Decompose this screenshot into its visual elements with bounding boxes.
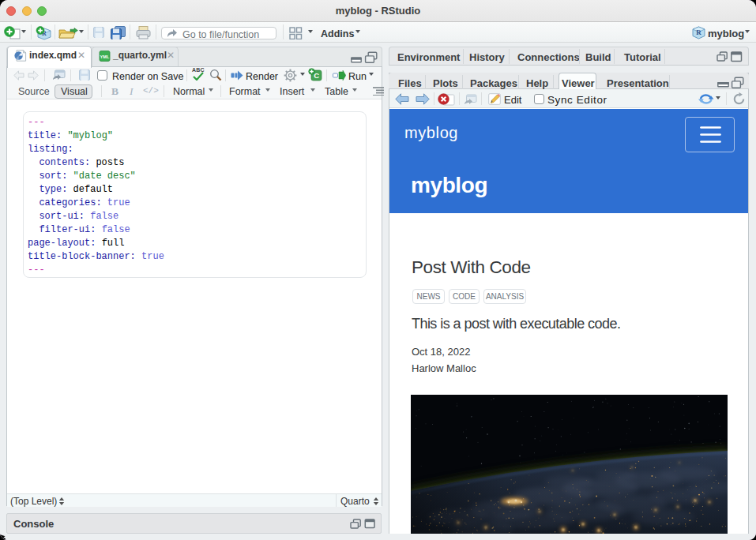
- svg-text:R: R: [696, 28, 701, 36]
- svg-text:YML: YML: [100, 54, 110, 59]
